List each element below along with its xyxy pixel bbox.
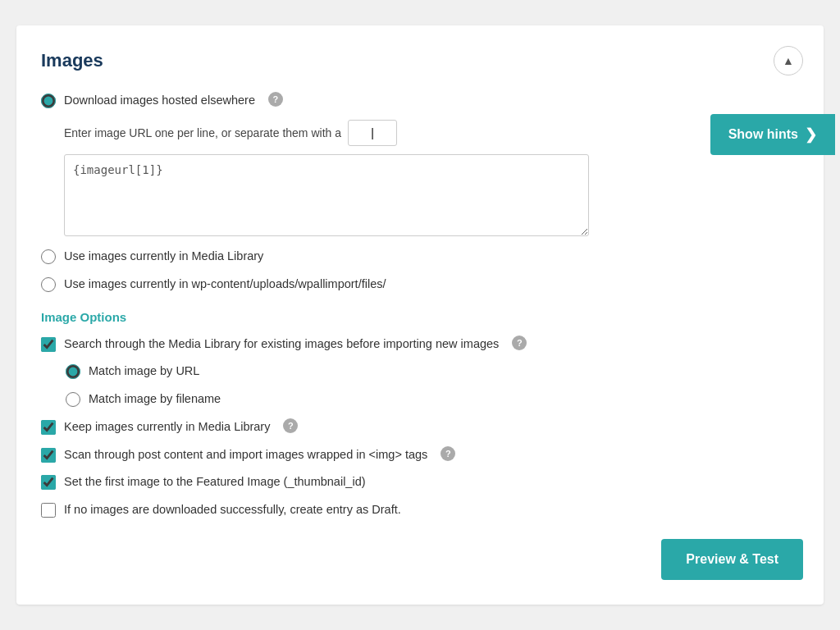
collapse-button[interactable]: ▲ <box>774 46 803 75</box>
keep-media-label: Keep images currently in Media Library <box>64 418 270 436</box>
preview-test-button[interactable]: Preview & Test <box>661 539 803 580</box>
separator-input[interactable] <box>348 120 397 146</box>
scan-post-option: Scan through post content and import ima… <box>41 446 799 464</box>
match-filename-radio[interactable] <box>66 392 80 407</box>
if-no-images-label: If no images are downloaded successfully… <box>64 501 401 519</box>
media-library-label: Use images currently in Media Library <box>64 248 263 266</box>
download-images-help-icon[interactable]: ? <box>268 92 283 107</box>
show-hints-button[interactable]: Show hints ❯ <box>710 114 835 155</box>
uploaded-files-option: Use images currently in wp-content/uploa… <box>41 276 799 294</box>
download-images-option: Download images hosted elsewhere ? <box>41 92 799 110</box>
uploaded-files-radio[interactable] <box>41 277 56 292</box>
match-sub-options: Match image by URL Match image by filena… <box>66 363 799 409</box>
scan-post-help-icon[interactable]: ? <box>441 446 455 461</box>
keep-media-checkbox[interactable] <box>41 420 56 435</box>
search-media-option: Search through the Media Library for exi… <box>41 336 799 354</box>
search-media-label: Search through the Media Library for exi… <box>64 336 499 354</box>
if-no-images-option: If no images are downloaded successfully… <box>41 501 799 519</box>
scan-post-checkbox[interactable] <box>41 448 56 463</box>
url-input-row: Enter image URL one per line, or separat… <box>64 120 799 146</box>
match-url-radio[interactable] <box>66 364 80 379</box>
uploaded-files-label: Use images currently in wp-content/uploa… <box>64 276 386 294</box>
match-filename-label: Match image by filename <box>89 390 221 409</box>
download-images-radio[interactable] <box>41 94 56 108</box>
image-options-title: Image Options <box>41 310 799 324</box>
media-library-radio[interactable] <box>41 249 56 264</box>
search-media-help-icon[interactable]: ? <box>512 336 527 350</box>
image-options-section: Image Options Search through the Media L… <box>41 310 799 519</box>
chevron-right-icon: ❯ <box>805 126 817 144</box>
search-media-checkbox[interactable] <box>41 337 56 352</box>
image-url-textarea[interactable]: {imageurl[1]} <box>64 154 589 236</box>
match-url-option: Match image by URL <box>66 363 799 381</box>
match-url-label: Match image by URL <box>89 363 199 381</box>
url-input-prefix: Enter image URL one per line, or separat… <box>64 126 341 139</box>
main-card: Images ▲ Show hints ❯ Download images ho… <box>16 25 824 605</box>
page-title: Images <box>41 50 799 71</box>
scan-post-label: Scan through post content and import ima… <box>64 446 427 464</box>
set-featured-label: Set the first image to the Featured Imag… <box>64 473 366 491</box>
match-filename-option: Match image by filename <box>66 390 799 409</box>
media-library-option: Use images currently in Media Library <box>41 248 799 266</box>
show-hints-label: Show hints <box>728 127 798 142</box>
keep-media-option: Keep images currently in Media Library ? <box>41 418 799 436</box>
keep-media-help-icon[interactable]: ? <box>283 418 298 433</box>
download-images-label: Download images hosted elsewhere <box>64 92 255 110</box>
chevron-up-icon: ▲ <box>783 54 794 67</box>
set-featured-option: Set the first image to the Featured Imag… <box>41 473 799 491</box>
set-featured-checkbox[interactable] <box>41 475 56 490</box>
if-no-images-checkbox[interactable] <box>41 503 56 518</box>
